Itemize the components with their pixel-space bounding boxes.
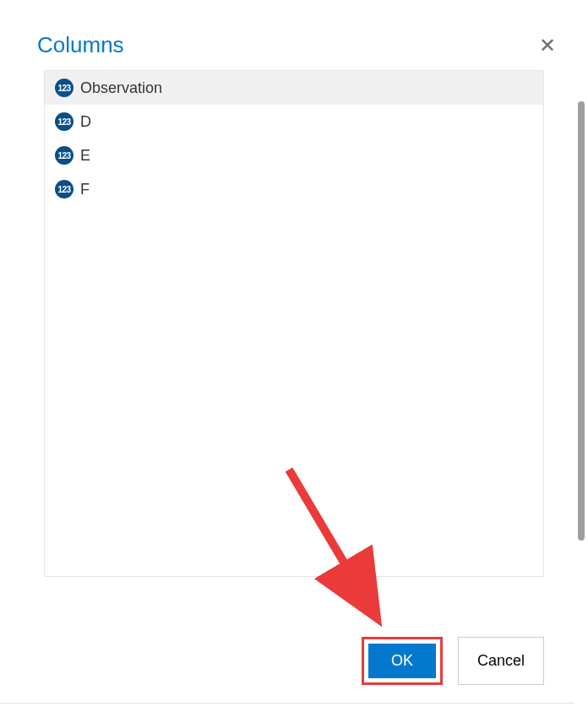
dialog-title: Columns xyxy=(37,32,124,58)
column-item-observation[interactable]: 123 Observation xyxy=(45,71,543,105)
numeric-type-icon: 123 xyxy=(55,146,74,165)
cancel-button[interactable]: Cancel xyxy=(458,637,544,685)
column-label: E xyxy=(80,147,90,165)
dialog-footer: OK Cancel xyxy=(362,637,544,685)
column-label: Observation xyxy=(80,79,162,97)
column-item-f[interactable]: 123 F xyxy=(45,172,543,206)
numeric-type-icon: 123 xyxy=(55,112,74,131)
columns-list[interactable]: 123 Observation 123 D 123 E 123 F xyxy=(44,70,544,577)
close-icon[interactable]: ✕ xyxy=(539,35,556,56)
dialog-header: Columns ✕ xyxy=(0,17,588,70)
ok-button[interactable]: OK xyxy=(368,644,436,678)
columns-dialog: Columns ✕ 123 Observation 123 D 123 E 12… xyxy=(0,0,588,712)
column-item-e[interactable]: 123 E xyxy=(45,139,543,172)
column-label: F xyxy=(80,181,90,198)
numeric-type-icon: 123 xyxy=(55,79,74,97)
scrollbar-thumb[interactable] xyxy=(578,101,585,541)
numeric-type-icon: 123 xyxy=(55,180,74,198)
footer-divider xyxy=(0,703,574,704)
column-item-d[interactable]: 123 D xyxy=(45,105,543,139)
ok-highlight-box: OK xyxy=(362,637,443,685)
column-label: D xyxy=(80,113,91,131)
